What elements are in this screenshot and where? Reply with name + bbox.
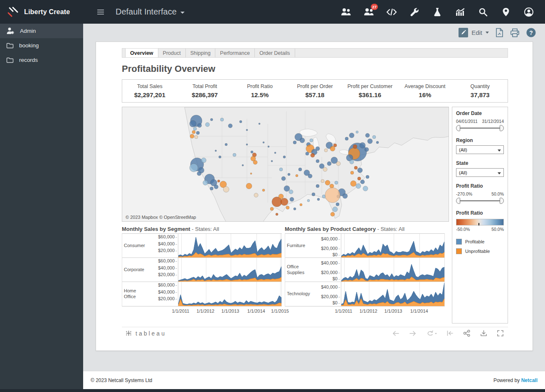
map-bubble[interactable] (335, 181, 338, 184)
map-bubble[interactable] (330, 212, 335, 216)
map-bubble[interactable] (356, 184, 361, 189)
map-bubble[interactable] (298, 168, 302, 171)
map-bubble[interactable] (251, 151, 253, 153)
map-bubble[interactable] (323, 167, 327, 172)
download-icon[interactable] (480, 330, 487, 337)
map-bubble[interactable] (353, 145, 357, 149)
map-bubble[interactable] (360, 180, 365, 184)
map-bubble[interactable] (271, 160, 273, 162)
map-bubble[interactable] (286, 206, 289, 209)
legend-unprofitable[interactable]: Unprofitable (456, 248, 504, 254)
map-bubble[interactable] (195, 135, 198, 139)
map-bubble[interactable] (376, 141, 379, 144)
map-bubble[interactable] (300, 138, 305, 143)
map-bubble[interactable] (290, 197, 294, 201)
share-icon[interactable] (463, 330, 471, 337)
edit-menu[interactable]: Edit (459, 28, 489, 37)
revert-icon[interactable] (426, 330, 437, 337)
map-bubble[interactable] (307, 199, 310, 202)
tableau-logo[interactable]: tableau (122, 330, 166, 337)
map-bubble[interactable] (246, 129, 248, 131)
order-date-slider[interactable] (456, 125, 504, 131)
map-bubble[interactable] (281, 176, 286, 181)
tab-performance[interactable]: Performance (215, 49, 255, 57)
map-bubble[interactable] (345, 137, 348, 140)
map-bubble[interactable] (288, 173, 290, 176)
slider-handle-left[interactable] (456, 198, 460, 204)
region-dropdown[interactable]: (All) (456, 145, 504, 154)
map-bubble[interactable] (312, 193, 315, 196)
profit-ratio-color-gradient[interactable] (456, 219, 504, 225)
map-bubble[interactable] (214, 185, 218, 189)
edit-pencil-icon[interactable] (459, 28, 468, 37)
map-bubble[interactable] (190, 120, 196, 127)
map-bubble[interactable] (228, 124, 232, 128)
location-pin-icon[interactable] (501, 7, 511, 17)
tab-order-details[interactable]: Order Details (255, 49, 295, 57)
map-bubble[interactable] (284, 186, 290, 191)
map-bubble[interactable] (311, 153, 315, 157)
map-bubble[interactable] (196, 131, 200, 135)
map-bubble[interactable] (192, 130, 195, 134)
users-icon[interactable] (340, 7, 351, 17)
monthly-sales-by-product-category-chart[interactable]: Monthly Sales by Product Category - Stat… (285, 226, 445, 316)
fullscreen-icon[interactable] (497, 330, 504, 337)
map-bubble[interactable] (358, 177, 361, 180)
map-bubble[interactable] (358, 168, 363, 173)
map-bubble[interactable] (246, 144, 248, 145)
map-bubble[interactable] (310, 139, 313, 142)
map-bubble[interactable] (205, 122, 210, 127)
interface-selector[interactable]: Default Interface (116, 7, 185, 17)
code-icon[interactable] (386, 7, 397, 17)
tab-product[interactable]: Product (158, 49, 186, 57)
account-icon[interactable] (523, 7, 534, 17)
map-bubble[interactable] (268, 146, 269, 147)
flask-icon[interactable] (432, 7, 443, 17)
map-bubble[interactable] (349, 133, 354, 138)
tab-shipping[interactable]: Shipping (186, 49, 216, 57)
map-bubble[interactable] (336, 203, 339, 206)
print-icon[interactable] (510, 28, 520, 37)
map-bubble[interactable] (333, 144, 337, 147)
map-bubble[interactable] (356, 131, 358, 133)
map-bubble[interactable] (281, 198, 288, 206)
map-bubble[interactable] (316, 147, 320, 151)
map-bubble[interactable] (223, 186, 229, 192)
map-bubble[interactable] (316, 159, 319, 163)
tab-overview[interactable]: Overview (125, 49, 158, 57)
state-dropdown[interactable]: (All) (456, 168, 504, 177)
slider-handle-left[interactable] (456, 125, 460, 131)
map-bubble[interactable] (308, 174, 312, 178)
map-bubble[interactable] (372, 135, 376, 139)
map-bubble[interactable] (283, 156, 286, 158)
map-bubble[interactable] (325, 188, 340, 203)
pdf-export-icon[interactable] (496, 28, 503, 37)
map-bubble[interactable] (366, 175, 369, 179)
map-bubble[interactable] (197, 123, 202, 127)
map-bubble[interactable] (219, 156, 221, 158)
map-bubble[interactable] (210, 118, 213, 121)
map-bubble[interactable] (365, 133, 370, 137)
map-bubble[interactable] (217, 180, 220, 182)
map-bubble[interactable] (296, 174, 298, 177)
map-bubble[interactable] (215, 150, 217, 152)
map-bubble[interactable] (242, 164, 244, 166)
wrench-icon[interactable] (409, 7, 420, 17)
profitability-map[interactable]: © 2023 Mapbox © OpenStreetMap (122, 107, 449, 222)
map-bubble[interactable] (306, 152, 309, 155)
map-bubble[interactable] (190, 134, 194, 138)
analytics-icon[interactable] (455, 7, 466, 17)
map-bubble[interactable] (220, 118, 224, 121)
map-bubble[interactable] (317, 198, 320, 201)
map-bubble[interactable] (201, 158, 206, 163)
map-bubble[interactable] (293, 208, 296, 210)
map-bubble[interactable] (239, 120, 242, 123)
map-bubble[interactable] (367, 139, 372, 144)
refresh-pause-icon[interactable] (446, 330, 454, 336)
map-bubble[interactable] (300, 203, 302, 206)
profit-ratio-slider[interactable] (456, 198, 504, 204)
map-bubble[interactable] (325, 180, 330, 185)
map-bubble[interactable] (316, 184, 319, 188)
help-icon[interactable]: ? (526, 28, 536, 37)
search-icon[interactable] (478, 7, 488, 17)
